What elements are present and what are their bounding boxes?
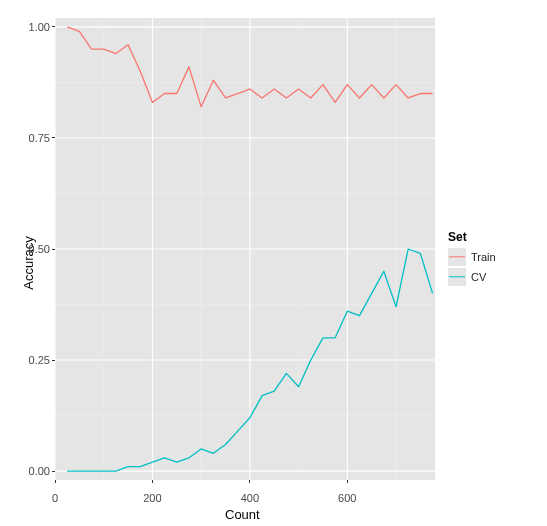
- legend-title: Set: [448, 230, 538, 244]
- legend: Set TrainCV: [448, 230, 538, 288]
- y-tick-labels: 0.000.250.500.751.00: [20, 0, 50, 526]
- legend-key: [448, 268, 466, 286]
- plot-panel: [55, 18, 435, 480]
- x-axis-title: Count: [225, 507, 260, 522]
- x-tick-label: 200: [143, 492, 161, 504]
- y-tick-label: 1.00: [29, 21, 50, 33]
- x-tick-labels: 0200400600: [0, 492, 547, 506]
- legend-label: CV: [471, 271, 486, 283]
- chart-container: Accuracy Count 0.000.250.500.751.00 0200…: [0, 0, 547, 526]
- x-tick-label: 400: [241, 492, 259, 504]
- plot-svg: [55, 18, 435, 480]
- y-tick-label: 0.00: [29, 465, 50, 477]
- y-tick-label: 0.75: [29, 132, 50, 144]
- legend-item-train: Train: [448, 248, 538, 266]
- y-tick-label: 0.50: [29, 243, 50, 255]
- x-tick-label: 0: [52, 492, 58, 504]
- x-tick-label: 600: [338, 492, 356, 504]
- legend-label: Train: [471, 251, 496, 263]
- y-tick-label: 0.25: [29, 354, 50, 366]
- legend-item-cv: CV: [448, 268, 538, 286]
- legend-key: [448, 248, 466, 266]
